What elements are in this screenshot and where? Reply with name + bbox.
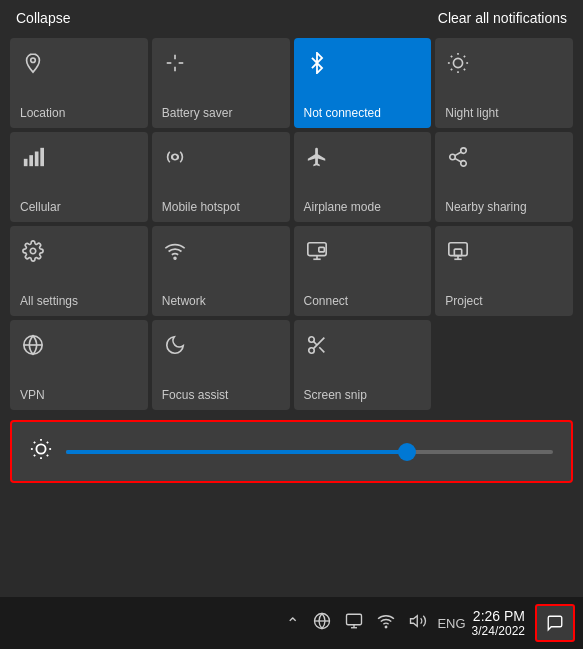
action-center: Collapse Clear all notifications Locatio… <box>0 0 583 649</box>
brightness-slider-thumb[interactable] <box>398 443 416 461</box>
svg-point-19 <box>461 148 467 154</box>
tile-cellular[interactable]: Cellular <box>10 132 148 222</box>
tile-location[interactable]: Location <box>10 38 148 128</box>
tile-nearby-sharing-label: Nearby sharing <box>445 200 526 214</box>
tile-location-label: Location <box>20 106 65 120</box>
svg-line-45 <box>47 455 48 456</box>
svg-marker-55 <box>411 616 418 627</box>
svg-point-21 <box>461 161 467 167</box>
chevron-up-icon[interactable]: ⌃ <box>282 612 303 635</box>
tile-mobile-hotspot[interactable]: Mobile hotspot <box>152 132 290 222</box>
tile-battery-saver[interactable]: Battery saver <box>152 38 290 128</box>
brightness-slider-fill <box>66 450 407 454</box>
taskbar-date: 3/24/2022 <box>472 624 525 638</box>
svg-point-20 <box>450 154 456 160</box>
svg-point-41 <box>36 444 45 453</box>
tile-night-light[interactable]: Night light <box>435 38 573 128</box>
tile-all-settings[interactable]: All settings <box>10 226 148 316</box>
network-icon <box>164 240 186 268</box>
svg-rect-15 <box>29 155 33 166</box>
brightness-slider-area <box>10 420 573 483</box>
collapse-button[interactable]: Collapse <box>16 10 70 26</box>
svg-rect-29 <box>318 247 324 252</box>
bluetooth-icon <box>306 52 328 80</box>
svg-point-36 <box>308 337 314 343</box>
language-label[interactable]: ENG <box>437 616 465 631</box>
svg-point-24 <box>30 248 36 254</box>
project-icon <box>447 240 469 268</box>
svg-point-37 <box>308 348 314 354</box>
taskbar-time[interactable]: 2:26 PM 3/24/2022 <box>472 608 525 638</box>
screen-snip-icon <box>306 334 328 362</box>
svg-point-0 <box>31 58 36 63</box>
svg-rect-14 <box>24 159 28 166</box>
battery-saver-icon <box>164 52 186 80</box>
nearby-sharing-icon <box>447 146 469 174</box>
cellular-icon <box>22 146 44 174</box>
svg-line-22 <box>455 158 461 162</box>
svg-line-49 <box>47 442 48 443</box>
brightness-icon <box>30 438 52 465</box>
quick-actions-grid: Location Battery saver Not connected <box>0 34 583 414</box>
tile-bluetooth[interactable]: Not connected <box>294 38 432 128</box>
tile-vpn[interactable]: VPN <box>10 320 148 410</box>
airplane-mode-icon <box>306 146 328 174</box>
tile-bluetooth-label: Not connected <box>304 106 381 120</box>
svg-point-5 <box>454 58 463 67</box>
all-settings-icon <box>22 240 44 268</box>
tile-connect[interactable]: Connect <box>294 226 432 316</box>
svg-line-23 <box>455 152 461 156</box>
tile-cellular-label: Cellular <box>20 200 61 214</box>
taskbar: ⌃ <box>0 597 583 649</box>
tile-focus-assist-label: Focus assist <box>162 388 229 402</box>
taskbar-wifi-icon[interactable] <box>373 610 399 636</box>
svg-point-54 <box>386 626 388 628</box>
vpn-icon <box>22 334 44 362</box>
brightness-slider-track[interactable] <box>66 450 553 454</box>
tile-project-label: Project <box>445 294 482 308</box>
connect-icon <box>306 240 328 268</box>
tile-airplane-mode-label: Airplane mode <box>304 200 381 214</box>
top-bar: Collapse Clear all notifications <box>0 0 583 34</box>
taskbar-network-icon[interactable] <box>309 610 335 636</box>
svg-rect-16 <box>35 152 39 167</box>
focus-assist-icon <box>164 334 186 362</box>
svg-point-25 <box>174 257 176 259</box>
tile-project[interactable]: Project <box>435 226 573 316</box>
tile-nearby-sharing[interactable]: Nearby sharing <box>435 132 573 222</box>
taskbar-display-icon[interactable] <box>341 610 367 636</box>
tile-network[interactable]: Network <box>152 226 290 316</box>
svg-line-13 <box>464 56 465 57</box>
svg-rect-51 <box>347 614 362 625</box>
svg-line-12 <box>451 69 452 70</box>
tile-vpn-label: VPN <box>20 388 45 402</box>
svg-line-44 <box>34 442 35 443</box>
tile-all-settings-label: All settings <box>20 294 78 308</box>
tile-battery-saver-label: Battery saver <box>162 106 233 120</box>
svg-line-8 <box>451 56 452 57</box>
tile-airplane-mode[interactable]: Airplane mode <box>294 132 432 222</box>
svg-line-40 <box>313 341 317 345</box>
svg-rect-17 <box>40 148 44 166</box>
tile-connect-label: Connect <box>304 294 349 308</box>
tile-network-label: Network <box>162 294 206 308</box>
notification-center-button[interactable] <box>535 604 575 642</box>
taskbar-clock: 2:26 PM <box>473 608 525 624</box>
taskbar-volume-icon[interactable] <box>405 610 431 636</box>
svg-rect-31 <box>455 249 462 255</box>
tile-screen-snip-label: Screen snip <box>304 388 367 402</box>
tile-screen-snip[interactable]: Screen snip <box>294 320 432 410</box>
svg-rect-26 <box>307 243 325 256</box>
tile-night-light-label: Night light <box>445 106 498 120</box>
clear-notifications-button[interactable]: Clear all notifications <box>438 10 567 26</box>
svg-line-48 <box>34 455 35 456</box>
tile-focus-assist[interactable]: Focus assist <box>152 320 290 410</box>
mobile-hotspot-icon <box>164 146 186 174</box>
location-icon <box>22 52 44 80</box>
svg-line-39 <box>319 347 324 352</box>
tile-mobile-hotspot-label: Mobile hotspot <box>162 200 240 214</box>
svg-line-9 <box>464 69 465 70</box>
night-light-icon <box>447 52 469 80</box>
